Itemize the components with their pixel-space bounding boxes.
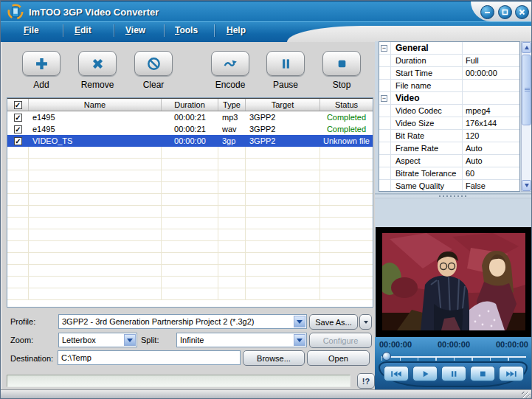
help-button[interactable]: !?: [357, 373, 375, 389]
minimize-button[interactable]: [480, 5, 494, 19]
destination-input[interactable]: [58, 350, 241, 365]
remove-button[interactable]: [78, 51, 117, 76]
property-row[interactable]: Video Codec mpeg4: [379, 105, 519, 117]
configure-button[interactable]: Configure: [309, 333, 372, 348]
property-value[interactable]: mpeg4: [462, 105, 519, 117]
save-as-menu-button[interactable]: [359, 314, 372, 330]
menu-view[interactable]: View: [125, 25, 145, 35]
clear-prohibition-icon: [146, 56, 162, 72]
property-value[interactable]: 00:00:00: [462, 67, 519, 79]
cell-status: Completed: [320, 123, 373, 135]
property-row[interactable]: Same Quality False: [379, 180, 519, 192]
cell-type: wav: [218, 123, 246, 135]
row-checkbox[interactable]: ✓: [14, 125, 22, 133]
skip-start-button[interactable]: [384, 366, 409, 381]
clear-button-label: Clear: [134, 80, 173, 90]
play-button[interactable]: [412, 366, 438, 381]
browse-button[interactable]: Browse...: [243, 350, 305, 366]
profile-combobox[interactable]: 3GPP2 - 3rd Generation Partnership Proje…: [58, 314, 307, 329]
split-value: Infinite: [180, 336, 292, 344]
zoom-value: Letterbox: [62, 336, 122, 344]
property-row[interactable]: File name: [379, 80, 519, 92]
property-row[interactable]: Start Time 00:00:00: [379, 67, 519, 80]
collapse-icon[interactable]: −: [381, 95, 387, 102]
property-value[interactable]: Full: [462, 55, 519, 66]
open-button[interactable]: Open: [307, 350, 370, 366]
maximize-button[interactable]: [498, 5, 512, 19]
properties-scrollbar[interactable]: [521, 41, 532, 192]
menu-edit[interactable]: Edit: [75, 25, 91, 35]
clear-button[interactable]: [134, 51, 173, 76]
table-row-selected[interactable]: ✓ VIDEO_TS 00:00:00 3gp 3GPP2 Unknown fi…: [7, 135, 373, 147]
empty-row: [7, 218, 373, 229]
close-button[interactable]: [515, 5, 529, 19]
property-section[interactable]: − General: [379, 42, 519, 55]
stop-button[interactable]: [322, 51, 361, 76]
property-value[interactable]: 120: [462, 130, 519, 142]
property-row[interactable]: Video Size 176x144: [379, 117, 519, 130]
scroll-up-button[interactable]: [522, 42, 531, 53]
property-section-label: General: [391, 43, 462, 53]
add-button[interactable]: [22, 51, 61, 76]
minimize-icon: [483, 8, 491, 16]
empty-row: [7, 159, 373, 170]
column-header-name[interactable]: Name: [29, 99, 162, 111]
row-check-cell[interactable]: ✓: [7, 135, 29, 147]
pause-button[interactable]: [266, 51, 305, 76]
select-all-cell[interactable]: ✓: [7, 99, 29, 111]
column-header-type[interactable]: Type: [218, 99, 246, 111]
property-value[interactable]: 176x144: [462, 117, 519, 129]
column-header-status[interactable]: Status: [320, 99, 373, 111]
split-combobox[interactable]: Infinite: [176, 333, 307, 347]
zoom-dropdown-arrow-icon[interactable]: [124, 334, 136, 346]
resize-grip[interactable]: [522, 392, 531, 399]
property-value[interactable]: [462, 80, 519, 91]
encode-button[interactable]: [211, 51, 249, 76]
elapsed-time: 00:00:00: [379, 340, 412, 349]
player-stop-button[interactable]: [470, 366, 495, 381]
property-row[interactable]: Frame Rate Auto: [379, 142, 519, 155]
property-row[interactable]: Bitrate Tolerance 60: [379, 167, 519, 180]
row-checkbox[interactable]: ✓: [14, 137, 22, 145]
empty-row: [7, 288, 373, 300]
property-value[interactable]: 60: [462, 167, 519, 179]
video-preview: [376, 227, 532, 337]
property-value[interactable]: False: [462, 180, 519, 192]
menu-help[interactable]: Help: [227, 25, 246, 35]
table-row[interactable]: ✓ e1495 00:00:21 mp3 3GPP2 Completed: [7, 111, 373, 123]
menu-file[interactable]: File: [24, 25, 39, 35]
collapse-icon[interactable]: −: [381, 45, 387, 52]
right-panel: − General Duration Full Start Time 00:00…: [375, 41, 532, 389]
property-value[interactable]: Auto: [462, 142, 519, 154]
property-section[interactable]: − Video: [379, 92, 519, 105]
split-dropdown-arrow-icon[interactable]: [294, 334, 305, 346]
property-row[interactable]: Bit Rate 120: [379, 130, 519, 142]
property-row[interactable]: Aspect Auto: [379, 155, 519, 167]
panel-splitter[interactable]: [375, 193, 532, 199]
property-value[interactable]: Auto: [462, 155, 519, 167]
select-all-checkbox[interactable]: ✓: [14, 101, 22, 109]
skip-end-button[interactable]: [499, 366, 524, 381]
row-check-cell[interactable]: ✓: [7, 123, 29, 135]
current-time: 00:00:00: [438, 340, 470, 349]
save-as-button[interactable]: Save As...: [309, 314, 358, 330]
menu-tools[interactable]: Tools: [175, 25, 198, 35]
encode-button-label: Encode: [211, 80, 249, 90]
column-header-target[interactable]: Target: [246, 99, 320, 111]
cell-duration: 00:00:00: [162, 135, 218, 147]
row-checkbox[interactable]: ✓: [14, 114, 22, 122]
property-row[interactable]: Duration Full: [379, 55, 519, 67]
row-check-cell[interactable]: ✓: [7, 111, 29, 123]
file-list-header[interactable]: ✓ Name Duration Type Target Status: [7, 98, 373, 111]
seek-slider-thumb[interactable]: [382, 352, 391, 361]
player-stop-icon: [476, 369, 489, 378]
menu-separator: [164, 24, 165, 37]
zoom-combobox[interactable]: Letterbox: [58, 333, 137, 347]
column-header-duration[interactable]: Duration: [162, 99, 218, 111]
scroll-down-button[interactable]: [522, 180, 531, 191]
table-row[interactable]: ✓ e1495 00:00:21 wav 3GPP2 Completed: [7, 123, 373, 135]
profile-dropdown-arrow-icon[interactable]: [294, 316, 305, 327]
scrollbar-thumb[interactable]: [522, 55, 531, 125]
empty-row: [7, 194, 373, 206]
player-pause-button[interactable]: [441, 366, 466, 381]
